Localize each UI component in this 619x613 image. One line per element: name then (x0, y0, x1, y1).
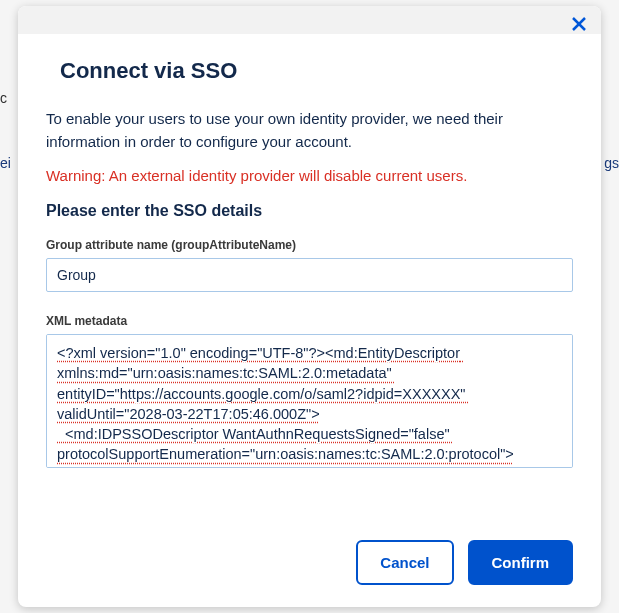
sso-modal: Connect via SSO To enable your users to … (18, 6, 601, 607)
xml-metadata-textarea[interactable] (46, 334, 573, 468)
modal-body: Connect via SSO To enable your users to … (18, 34, 601, 522)
modal-description: To enable your users to use your own ide… (46, 108, 573, 153)
group-attribute-input[interactable] (46, 258, 573, 292)
cancel-button[interactable]: Cancel (356, 540, 453, 585)
modal-section-title: Please enter the SSO details (46, 202, 573, 220)
xml-metadata-label: XML metadata (46, 314, 573, 328)
modal-warning: Warning: An external identity provider w… (46, 167, 573, 184)
modal-header-bar (18, 6, 601, 34)
close-icon (571, 16, 587, 32)
confirm-button[interactable]: Confirm (468, 540, 574, 585)
close-button[interactable] (569, 14, 589, 34)
modal-footer: Cancel Confirm (18, 522, 601, 607)
group-attribute-label: Group attribute name (groupAttributeName… (46, 238, 573, 252)
modal-title: Connect via SSO (46, 58, 573, 84)
